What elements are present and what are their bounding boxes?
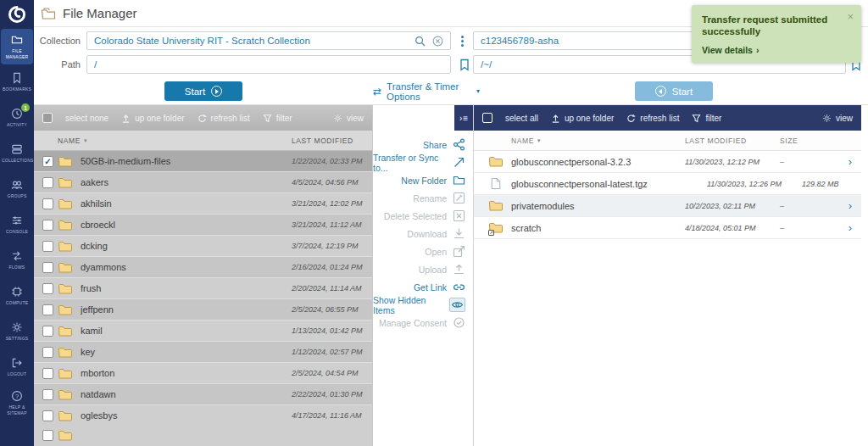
table-row-partial[interactable] — [34, 425, 372, 446]
source-collection-input[interactable]: Colorado State University RIT - Scratch … — [86, 31, 451, 50]
open-icon — [453, 245, 465, 258]
table-row[interactable]: natdawn 2/22/2024, 01:30 PM — [34, 384, 372, 405]
table-row[interactable]: frush 2/20/2024, 11:14 AM — [34, 278, 372, 299]
sidebar-item-settings[interactable]: SETTINGS — [1, 314, 33, 349]
table-row[interactable]: jeffpenn 2/5/2024, 06:55 PM — [34, 299, 372, 321]
open-folder-chevron-icon[interactable]: › — [839, 221, 861, 234]
search-icon[interactable] — [415, 36, 426, 47]
row-checkbox[interactable] — [42, 347, 53, 358]
column-last-modified[interactable]: LAST MODIFIED — [685, 137, 780, 145]
clear-collection-icon[interactable] — [432, 36, 443, 47]
sidebar-item-groups[interactable]: GROUPS — [1, 171, 33, 207]
table-row[interactable]: mborton 2/5/2024, 04:54 PM — [34, 363, 372, 384]
action-upload[interactable]: Upload — [373, 260, 473, 278]
source-path-input[interactable]: / — [86, 55, 451, 74]
start-transfer-destination-button[interactable]: Start — [635, 81, 713, 101]
view-details-link[interactable]: View details › — [702, 45, 839, 55]
filter-funnel-icon — [263, 114, 272, 123]
sidebar-item-activity[interactable]: 1 ACTIVITY — [1, 100, 33, 136]
column-name[interactable]: NAME — [58, 137, 81, 145]
table-row[interactable]: dyammons 2/16/2024, 01:24 PM — [34, 257, 372, 278]
row-checkbox[interactable] — [42, 326, 53, 337]
table-row[interactable]: globusconnectpersonal-3.2.3 11/30/2023, … — [474, 151, 861, 173]
row-checkbox[interactable] — [42, 304, 53, 315]
row-checkbox[interactable] — [42, 241, 53, 252]
sidebar-item-flows[interactable]: FLOWS — [1, 243, 33, 278]
table-row[interactable]: aakers 4/5/2024, 04:56 PM — [34, 172, 372, 193]
column-last-modified[interactable]: LAST MODIFIED — [292, 137, 372, 145]
row-checkbox[interactable] — [42, 177, 53, 188]
open-folder-chevron-icon[interactable]: › — [839, 155, 861, 168]
filter-button[interactable]: filter — [263, 114, 292, 123]
sidebar-item-file-manager[interactable]: FILE MANAGER — [1, 29, 33, 64]
action-open[interactable]: Open — [373, 243, 473, 260]
table-row[interactable]: akhilsin 3/21/2024, 12:02 PM — [34, 193, 372, 215]
table-row[interactable]: dcking 3/7/2024, 12:19 PM — [34, 236, 372, 257]
link-icon — [453, 281, 465, 293]
action-delete-selected[interactable]: Delete Selected — [373, 207, 473, 225]
select-none-checkbox[interactable] — [42, 113, 53, 123]
select-none-button[interactable]: select none — [65, 114, 108, 123]
destination-view-button[interactable]: view — [822, 114, 853, 123]
close-icon[interactable]: × — [847, 11, 854, 22]
folder-icon — [489, 156, 503, 167]
select-all-checkbox[interactable] — [482, 113, 492, 123]
globus-logo-icon[interactable] — [0, 0, 34, 29]
select-all-button[interactable]: select all — [505, 114, 538, 123]
action-show-hidden-items[interactable]: Show Hidden Items — [373, 296, 473, 314]
upload-icon — [453, 263, 465, 276]
up-one-folder-button[interactable]: up one folder — [121, 114, 184, 123]
table-row[interactable]: oglesbys 4/17/2024, 11:16 AM — [34, 405, 372, 425]
column-name[interactable]: NAME — [511, 137, 534, 145]
table-row[interactable]: key 1/12/2024, 02:57 PM — [34, 342, 372, 363]
action-transfer-or-sync[interactable]: Transfer or Sync to... — [373, 153, 473, 171]
up-one-folder-button[interactable]: up one folder — [551, 114, 614, 123]
refresh-list-button[interactable]: refresh list — [198, 114, 250, 123]
sidebar-item-bookmarks[interactable]: BOOKMARKS — [1, 64, 33, 100]
table-row[interactable]: privatemodules 10/2/2023, 02:11 PM – › — [474, 195, 861, 217]
action-new-folder[interactable]: New Folder — [373, 171, 473, 189]
table-row[interactable]: kamil 1/13/2024, 01:42 PM — [34, 321, 372, 342]
source-view-button[interactable]: view — [333, 114, 364, 123]
collections-icon — [11, 143, 23, 155]
file-name: scratch — [511, 223, 685, 233]
row-checkbox[interactable] — [42, 389, 53, 400]
action-download[interactable]: Download — [373, 225, 473, 243]
open-folder-chevron-icon[interactable]: › — [839, 199, 861, 212]
row-checkbox[interactable] — [42, 220, 53, 231]
row-checkbox[interactable] — [42, 156, 53, 167]
table-row[interactable]: globusconnectpersonal-latest.tgz 11/30/2… — [474, 173, 861, 195]
sidebar-item-compute[interactable]: COMPUTE — [1, 278, 33, 314]
sidebar-item-help-sitemap[interactable]: ? HELP & SITEMAP — [1, 385, 33, 421]
collection-menu-kebab-icon[interactable] — [459, 34, 465, 48]
row-checkbox[interactable] — [42, 283, 53, 294]
table-row[interactable]: ↗ scratch 4/18/2024, 05:01 PM – › — [474, 217, 861, 239]
folder-icon — [58, 219, 74, 231]
sidebar-item-logout[interactable]: LOGOUT — [1, 349, 33, 385]
column-size[interactable]: SIZE — [780, 137, 839, 145]
row-checkbox[interactable] — [42, 410, 53, 421]
file-name: kamil — [81, 326, 292, 336]
row-checkbox[interactable] — [42, 262, 53, 273]
action-rename[interactable]: Rename — [373, 189, 473, 207]
destination-toolbar: select all up one folder refresh list fi… — [474, 105, 861, 131]
filter-button[interactable]: filter — [692, 114, 721, 123]
path-label: Path — [34, 59, 86, 70]
row-checkbox[interactable] — [42, 368, 53, 379]
transfer-timer-options-button[interactable]: ⇄ Transfer & Timer Options ▾ — [373, 81, 480, 102]
collapse-actions-toggle[interactable]: ›≡ — [454, 105, 473, 131]
start-transfer-source-button[interactable]: Start — [164, 81, 242, 101]
action-get-link[interactable]: Get Link — [373, 278, 473, 296]
table-row[interactable]: cbroeckl 3/21/2024, 11:12 AM — [34, 215, 372, 236]
row-checkbox[interactable] — [42, 430, 53, 441]
action-manage-consent[interactable]: Manage Consent — [373, 314, 473, 332]
sidebar-item-console[interactable]: CONSOLE — [1, 207, 33, 243]
gear-icon — [333, 114, 342, 123]
source-bookmark-icon[interactable] — [459, 59, 470, 71]
refresh-list-button[interactable]: refresh list — [626, 114, 679, 123]
table-row[interactable]: 50GB-in-medium-files 1/22/2024, 02:33 PM — [34, 151, 372, 172]
sidebar-item-collections[interactable]: COLLECTIONS — [1, 136, 33, 171]
collection-label: Collection — [34, 36, 86, 46]
row-checkbox[interactable] — [42, 198, 53, 209]
action-share[interactable]: Share — [373, 136, 473, 153]
